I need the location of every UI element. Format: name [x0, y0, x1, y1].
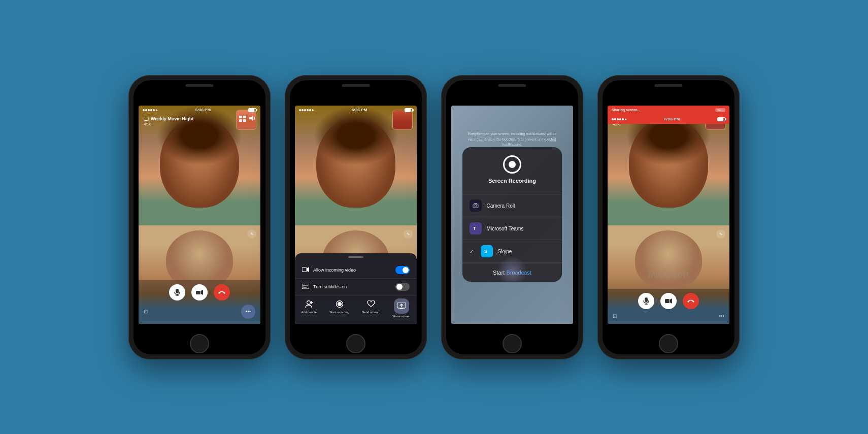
- signal-dot: [622, 118, 624, 120]
- action-bar-2: Add people Start recording: [295, 295, 417, 321]
- camera-icon-4: [665, 298, 672, 304]
- share-screen-icon-svg: [397, 303, 406, 310]
- bottom-cam-icon-4: ⊡: [613, 313, 617, 319]
- signal-dot: [307, 109, 309, 111]
- phone-inner-1: ▸ 6:36 PM: [133, 80, 265, 354]
- call-icons-right-1: [239, 116, 255, 122]
- skype-check-mark: ✓: [470, 249, 474, 254]
- subtitles-toggle[interactable]: [395, 283, 410, 291]
- signal-dot: [150, 109, 152, 111]
- svg-rect-10: [196, 291, 201, 294]
- call-controls-1: ⊡ •••: [139, 280, 260, 324]
- svg-rect-14: [302, 284, 309, 289]
- svg-rect-1: [145, 120, 147, 121]
- bottom-row-4: ⊡ •••: [608, 312, 729, 320]
- phone-home-button-4[interactable]: [659, 334, 678, 353]
- video-icon-2: [302, 267, 309, 272]
- subtitles-icon-2: [302, 284, 309, 289]
- phone-3: Everything on your screen, including not…: [441, 75, 583, 359]
- more-dots-4[interactable]: •••: [719, 313, 724, 319]
- action-share-screen[interactable]: Share screen: [392, 298, 411, 318]
- sharing-screen-text: Sharing screen...: [612, 108, 640, 112]
- svg-marker-11: [201, 290, 203, 295]
- phone-home-button-2[interactable]: [346, 334, 365, 353]
- mute-button-1[interactable]: [169, 284, 185, 301]
- svg-rect-2: [239, 116, 242, 118]
- end-call-button-4[interactable]: [683, 293, 699, 309]
- incoming-video-toggle[interactable]: [395, 266, 410, 274]
- edit-icon-1[interactable]: ✎: [247, 229, 256, 239]
- call-controls-4: ⊡ •••: [608, 289, 729, 324]
- skype-icon: S: [481, 245, 493, 257]
- signal-dot: [143, 109, 145, 111]
- menu-row-subtitles: Turn subtitles on: [295, 279, 417, 295]
- warning-text: Everything on your screen, including not…: [466, 131, 558, 148]
- action-start-recording[interactable]: Start recording: [329, 298, 349, 318]
- status-bar-1: ▸ 6:36 PM: [139, 106, 260, 115]
- edit-icon-2[interactable]: ✎: [404, 229, 413, 239]
- end-call-button-1[interactable]: [214, 284, 230, 301]
- phone-speaker-4: [655, 84, 683, 87]
- add-people-label: Add people: [302, 311, 317, 314]
- record-icon-2: [336, 300, 344, 308]
- phone-screen-3: Everything on your screen, including not…: [451, 106, 573, 324]
- status-left-4: ▸: [612, 117, 627, 121]
- action-send-heart[interactable]: Send a heart: [362, 298, 379, 318]
- record-button-circle[interactable]: [503, 155, 521, 174]
- end-call-icon-4: [687, 299, 694, 303]
- signal-dot: [153, 109, 155, 111]
- incoming-video-label: Allow incoming video: [313, 268, 356, 273]
- main-buttons-1: [139, 284, 260, 301]
- signal-dot: [612, 118, 614, 120]
- sharing-stop-button[interactable]: Stop: [715, 108, 725, 112]
- start-broadcast-button[interactable]: Start Broadcast: [462, 263, 562, 282]
- camera-roll-label: Camera Roll: [487, 203, 515, 209]
- svg-rect-43: [665, 299, 670, 303]
- status-left-2: ▸: [299, 108, 314, 112]
- recorder-picker: Screen Recording: [462, 147, 562, 282]
- phone-screen-2: ▸ 6:36 PM: [295, 106, 417, 324]
- share-screen-icon-wrap: [394, 298, 409, 314]
- svg-rect-4: [239, 119, 242, 122]
- signal-dot: [299, 109, 301, 111]
- teams-svg: T: [472, 225, 479, 232]
- camera-button-4[interactable]: [660, 293, 677, 309]
- option-camera-roll[interactable]: Camera Roll: [462, 194, 562, 217]
- svg-rect-7: [176, 289, 179, 293]
- status-bar-2: ▸ 6:36 PM: [295, 106, 417, 115]
- phone-home-button-1[interactable]: [190, 334, 209, 353]
- more-button-1[interactable]: •••: [241, 305, 255, 319]
- signal-dot: [619, 118, 621, 120]
- signal-dots-2: [299, 109, 311, 111]
- svg-rect-40: [645, 297, 648, 302]
- video-main-2: [295, 106, 417, 226]
- signal-dot: [309, 109, 311, 111]
- end-call-icon-1: [218, 290, 225, 294]
- battery-icon-2: [405, 108, 413, 112]
- svg-marker-6: [249, 116, 253, 121]
- subtitles-menu-icon: [302, 284, 309, 290]
- battery-1: [248, 108, 256, 112]
- phone-home-button-3[interactable]: [503, 334, 522, 353]
- clock-4: 6:36 PM: [664, 117, 680, 121]
- wifi-icon: ▸: [156, 108, 158, 112]
- subtitles-label: Turn subtitles on: [313, 284, 347, 289]
- option-microsoft-teams[interactable]: T Microsoft Teams: [462, 217, 562, 240]
- signal-dot: [614, 118, 616, 120]
- share-screen-icon: [396, 301, 407, 312]
- signal-dot: [148, 109, 150, 111]
- svg-rect-5: [243, 119, 246, 122]
- skype-label: Skype: [498, 249, 512, 254]
- svg-rect-0: [144, 117, 149, 120]
- action-add-people[interactable]: Add people: [302, 298, 317, 318]
- clock-2: 6:36 PM: [352, 108, 367, 112]
- add-person-icon: [305, 300, 313, 308]
- battery-2: [405, 108, 413, 112]
- camera-icon-1: [196, 290, 203, 295]
- camera-button-1[interactable]: [191, 284, 208, 301]
- svg-text:T: T: [473, 226, 476, 231]
- call-header-1: Weekly Movie Night: [139, 116, 260, 122]
- edit-icon-4[interactable]: ✎: [716, 229, 725, 239]
- menu-handle-2: [348, 256, 363, 258]
- mute-button-4[interactable]: [638, 293, 654, 309]
